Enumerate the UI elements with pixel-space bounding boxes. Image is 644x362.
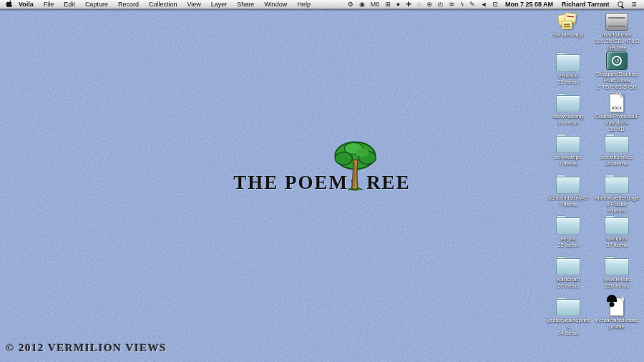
desktop-icon[interactable]: ebooksmiles20 items xyxy=(593,133,640,174)
dark-circle-icon[interactable]: ● xyxy=(394,1,403,8)
menu-record[interactable]: Record xyxy=(113,1,144,8)
menu-bar: Voila FileEditCaptureRecordCollectionVie… xyxy=(0,0,644,9)
desktop-icon[interactable]: DOCXCourseProposalFinal docx35 KB xyxy=(593,92,640,133)
desktop-icon[interactable]: newtrends150 items xyxy=(593,255,640,296)
desktop-icon-sublabel: 7 items xyxy=(559,202,577,208)
menu-file[interactable]: File xyxy=(39,1,59,8)
bolt-icon[interactable]: ϟ xyxy=(457,1,467,8)
folder-icon xyxy=(605,177,629,194)
status-icons: ⚙◉M6⊞●✚◌⊕◴≋ϟ✎◄⊡ xyxy=(345,1,501,8)
desktop-icon[interactable]: Stickies.app xyxy=(545,11,592,52)
time-machine-menu-icon[interactable]: ◴ xyxy=(435,1,447,8)
tree-icon xyxy=(328,139,384,195)
notification-center-icon[interactable]: ≣ xyxy=(628,1,640,8)
menu-items: FileEditCaptureRecordCollectionViewLayer… xyxy=(39,1,316,8)
desktop-icon-label: Stickies.app xyxy=(552,32,583,39)
desktop-icon[interactable]: schoolhistory437 items xyxy=(545,174,592,215)
menu-help[interactable]: Help xyxy=(292,1,316,8)
desktop-icon-label: yesteryearreprints xyxy=(545,318,591,331)
menu-window[interactable]: Window xyxy=(259,1,292,8)
folder-icon xyxy=(605,136,629,153)
folder-icon xyxy=(605,217,629,235)
hard-drive-icon xyxy=(605,13,628,31)
menumeter-indicator[interactable]: M6 xyxy=(368,1,383,8)
desktop-icon-sublabel: 150 items xyxy=(605,283,630,290)
desktop-icon[interactable]: vegas35 items xyxy=(545,215,592,255)
desktop-icon-label: CourseProposalFinal docx xyxy=(594,114,640,127)
folder-icon xyxy=(556,217,580,235)
desktop-icon-label: Allnewsletterpages Folder xyxy=(594,195,640,208)
desktop-icon[interactable]: minipics37 items xyxy=(593,215,640,255)
volume-icon[interactable]: ◄ xyxy=(477,1,489,8)
menu-capture[interactable]: Capture xyxy=(80,1,113,8)
apple-icon xyxy=(6,0,14,8)
circled-dot-icon[interactable]: ◉ xyxy=(356,1,368,8)
wifi-icon[interactable]: ≋ xyxy=(447,1,458,8)
docx-file-icon: DOCX xyxy=(610,94,624,112)
menu-view[interactable]: View xyxy=(182,1,205,8)
desktop-icon-sublabel: 24 items xyxy=(557,331,579,337)
folder-icon xyxy=(556,54,580,72)
menu-edit[interactable]: Edit xyxy=(59,1,80,8)
desktop-icon[interactable]: VHL90025 items xyxy=(545,52,592,92)
pen-icon[interactable]: ✎ xyxy=(467,1,478,8)
desktop: Voila FileEditCaptureRecordCollectionVie… xyxy=(0,0,644,362)
desktop-icon-sublabel: 999.35 GB, 476.3 GB free xyxy=(594,39,640,52)
desktop-icon-label: richtarrantdictateprofile xyxy=(594,318,640,331)
desktop-icon-sublabel: 20 items xyxy=(557,283,579,290)
desktop-icon-sublabel: 9 items xyxy=(608,208,626,215)
menu-layer[interactable]: Layer xyxy=(206,1,233,8)
menu-user[interactable]: Richard Tarrant xyxy=(557,1,613,8)
folder-icon xyxy=(556,136,580,153)
desktop-icon-sublabel: 25 items xyxy=(557,79,579,86)
chat-bubble-icon[interactable]: ◌ xyxy=(414,1,424,8)
desktop-icon-grid: Stickies.appmachddrive999.35 GB, 476.3 G… xyxy=(544,11,641,337)
menu-clock[interactable]: Mon 7 25 08 AM xyxy=(501,1,557,8)
folder-icon xyxy=(605,258,629,275)
crosshair-icon[interactable]: ✚ xyxy=(403,1,414,8)
desktop-icon-sublabel: 35 items xyxy=(557,243,579,249)
desktop-icon-sublabel: 7 items xyxy=(559,161,577,167)
update-icon[interactable]: ⊕ xyxy=(424,1,435,8)
folder-icon xyxy=(556,95,580,112)
display-icon[interactable]: ⊡ xyxy=(489,1,501,8)
desktop-icon[interactable]: yesteryearreprints24 items xyxy=(545,296,592,337)
desktop-icon[interactable]: richtarrantdictateprofile xyxy=(593,296,640,337)
profile-image-file-icon xyxy=(610,298,624,316)
folder-icon xyxy=(556,258,580,275)
desktop-icon-sublabel: 10 items xyxy=(557,120,579,127)
desktop-icon-sublabel: 20 items xyxy=(606,161,628,167)
copyright-text: © 2012 VERMILION VIEWS xyxy=(6,342,167,354)
desktop-icon[interactable]: ↺Seagate Backup Plus Drive2 TB, 903.3 GB… xyxy=(593,52,640,92)
desktop-icon-sublabel: 37 items xyxy=(606,243,628,249)
desktop-icon-sublabel: 35 KB xyxy=(609,127,625,133)
desktop-icon[interactable]: viewholding10 items xyxy=(545,92,592,133)
menu-collection[interactable]: Collection xyxy=(144,1,182,8)
folder-icon xyxy=(556,299,580,316)
gear-icon[interactable]: ⚙ xyxy=(345,1,356,8)
spotlight-icon[interactable] xyxy=(618,1,624,8)
poem-tree-logo: THE POEM ' REE xyxy=(233,172,410,194)
time-machine-drive-icon: ↺ xyxy=(606,52,628,70)
desktop-icon-label: Seagate Backup Plus Drive xyxy=(594,72,640,84)
grid-icon[interactable]: ⊞ xyxy=(382,1,394,8)
desktop-icon[interactable]: machddrive999.35 GB, 476.3 GB free xyxy=(593,11,640,52)
folder-icon xyxy=(556,177,580,194)
menu-share[interactable]: Share xyxy=(232,1,259,8)
desktop-icon[interactable]: Allnewsletterpages Folder9 items xyxy=(593,174,640,215)
desktop-icon[interactable]: snowstrips7 items xyxy=(545,133,592,174)
menu-app[interactable]: Voila xyxy=(15,1,39,8)
desktop-icon[interactable]: wartchart20 items xyxy=(545,255,592,296)
apple-menu[interactable] xyxy=(4,0,15,9)
stickies-icon xyxy=(557,12,579,31)
